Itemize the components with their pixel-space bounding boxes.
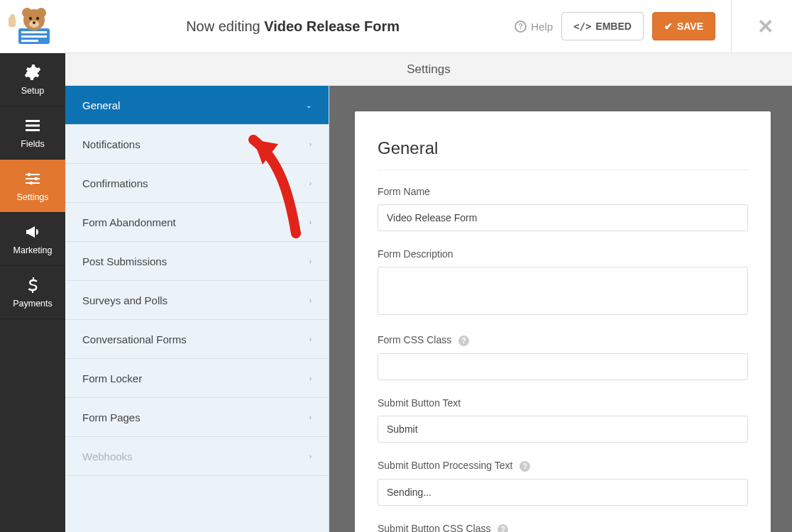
panel-divider bbox=[378, 170, 748, 170]
svg-point-6 bbox=[36, 8, 46, 18]
nav-marketing[interactable]: Marketing bbox=[0, 213, 65, 266]
field-label-text: Submit Button CSS Class bbox=[378, 523, 491, 532]
field-submit-proc: Submit Button Processing Text ? bbox=[378, 460, 748, 506]
svg-rect-14 bbox=[26, 124, 40, 126]
settings-item-post-submissions[interactable]: Post Submissions › bbox=[65, 242, 329, 281]
nav-label: Setup bbox=[21, 86, 45, 96]
settings-item-webhooks[interactable]: Webhooks › bbox=[65, 437, 329, 476]
field-label: Form Name bbox=[378, 186, 748, 197]
bullhorn-icon bbox=[24, 223, 41, 240]
settings-item-form-locker[interactable]: Form Locker › bbox=[65, 359, 329, 398]
svg-rect-2 bbox=[21, 35, 47, 38]
field-form-css: Form CSS Class ? bbox=[378, 334, 748, 380]
chevron-right-icon: › bbox=[309, 414, 312, 421]
svg-point-5 bbox=[22, 8, 32, 18]
chevron-down-icon: ⌄ bbox=[306, 101, 312, 109]
form-title: Video Release Form bbox=[264, 18, 400, 34]
settings-item-label: Form Abandonment bbox=[82, 216, 176, 228]
field-label: Submit Button CSS Class ? bbox=[378, 523, 748, 532]
svg-point-7 bbox=[29, 16, 32, 19]
settings-item-label: Webhooks bbox=[82, 450, 133, 462]
help-icon[interactable]: ? bbox=[519, 461, 530, 472]
editing-title: Now editing Video Release Form bbox=[71, 18, 515, 35]
work-area: Settings General ⌄ Notifications › Confi… bbox=[65, 53, 792, 532]
field-submit-css: Submit Button CSS Class ? bbox=[378, 523, 748, 532]
form-desc-input[interactable] bbox=[378, 267, 748, 315]
chevron-right-icon: › bbox=[309, 453, 312, 460]
nav-setup[interactable]: Setup bbox=[0, 53, 65, 106]
svg-rect-12 bbox=[10, 14, 15, 19]
nav-label: Fields bbox=[21, 139, 44, 149]
svg-rect-3 bbox=[21, 40, 38, 42]
nav-label: Marketing bbox=[13, 245, 53, 255]
settings-item-general[interactable]: General ⌄ bbox=[65, 86, 329, 125]
field-form-name: Form Name bbox=[378, 186, 748, 231]
chevron-right-icon: › bbox=[309, 336, 312, 343]
svg-rect-1 bbox=[21, 31, 47, 33]
settings-item-label: Surveys and Polls bbox=[82, 294, 167, 306]
app-logo bbox=[9, 7, 57, 46]
settings-item-label: Conversational Forms bbox=[82, 333, 187, 345]
save-button[interactable]: ✔ SAVE bbox=[652, 12, 715, 40]
field-label-text: Submit Button Processing Text bbox=[378, 460, 512, 471]
subheader-title: Settings bbox=[407, 62, 450, 77]
svg-point-20 bbox=[35, 177, 38, 180]
nav-settings[interactable]: Settings bbox=[0, 160, 65, 213]
help-icon: ? bbox=[515, 21, 527, 33]
field-label: Submit Button Text bbox=[378, 397, 748, 409]
chevron-right-icon: › bbox=[309, 218, 312, 226]
settings-item-confirmations[interactable]: Confirmations › bbox=[65, 164, 329, 203]
nav-fields[interactable]: Fields bbox=[0, 106, 65, 160]
svg-point-21 bbox=[30, 181, 33, 184]
help-link[interactable]: ? Help bbox=[515, 21, 553, 33]
field-label: Form Description bbox=[378, 248, 748, 260]
editing-prefix: Now editing bbox=[186, 18, 260, 34]
subheader: Settings bbox=[65, 53, 792, 86]
svg-point-19 bbox=[28, 172, 31, 176]
divider bbox=[731, 0, 732, 53]
settings-item-label: Notifications bbox=[82, 138, 141, 150]
settings-item-surveys-polls[interactable]: Surveys and Polls › bbox=[65, 281, 329, 320]
close-button[interactable]: ✕ bbox=[753, 11, 778, 43]
panel-title: General bbox=[378, 138, 748, 158]
embed-button[interactable]: </> EMBED bbox=[561, 12, 644, 40]
settings-item-conversational-forms[interactable]: Conversational Forms › bbox=[65, 320, 329, 359]
settings-item-label: Post Submissions bbox=[82, 255, 167, 267]
chevron-right-icon: › bbox=[309, 140, 312, 148]
nav-payments[interactable]: Payments bbox=[0, 266, 65, 319]
nav-label: Settings bbox=[16, 192, 48, 202]
help-icon[interactable]: ? bbox=[497, 524, 508, 532]
svg-rect-13 bbox=[26, 120, 40, 122]
field-label: Form CSS Class ? bbox=[378, 334, 748, 346]
save-label: SAVE bbox=[677, 21, 703, 32]
field-label-text: Form CSS Class bbox=[378, 334, 451, 345]
settings-item-form-pages[interactable]: Form Pages › bbox=[65, 398, 329, 437]
panel-wrap: General Form Name Form Description Form … bbox=[329, 86, 792, 532]
submit-text-input[interactable] bbox=[378, 416, 748, 443]
submit-proc-input[interactable] bbox=[378, 479, 748, 506]
svg-rect-15 bbox=[26, 129, 40, 131]
svg-point-10 bbox=[33, 21, 35, 24]
general-panel: General Form Name Form Description Form … bbox=[355, 111, 771, 532]
help-label: Help bbox=[531, 21, 553, 33]
svg-point-8 bbox=[36, 16, 39, 19]
list-icon bbox=[24, 117, 41, 134]
chevron-right-icon: › bbox=[309, 375, 312, 382]
field-label: Submit Button Processing Text ? bbox=[378, 460, 748, 472]
settings-item-form-abandonment[interactable]: Form Abandonment › bbox=[65, 203, 329, 242]
help-icon[interactable]: ? bbox=[458, 336, 469, 346]
embed-label: EMBED bbox=[595, 21, 632, 32]
form-name-input[interactable] bbox=[378, 204, 748, 231]
top-bar: Now editing Video Release Form ? Help </… bbox=[0, 0, 792, 53]
field-form-desc: Form Description bbox=[378, 248, 748, 317]
top-actions: ? Help </> EMBED ✔ SAVE ✕ bbox=[515, 0, 778, 53]
settings-item-label: Confirmations bbox=[82, 177, 148, 189]
settings-item-label: Form Locker bbox=[82, 372, 142, 384]
form-css-input[interactable] bbox=[378, 353, 748, 380]
settings-item-notifications[interactable]: Notifications › bbox=[65, 125, 329, 164]
chevron-right-icon: › bbox=[309, 297, 312, 304]
nav-label: Payments bbox=[13, 299, 53, 309]
code-icon: </> bbox=[573, 21, 591, 32]
settings-item-label: Form Pages bbox=[82, 411, 141, 423]
gear-icon bbox=[24, 64, 41, 81]
